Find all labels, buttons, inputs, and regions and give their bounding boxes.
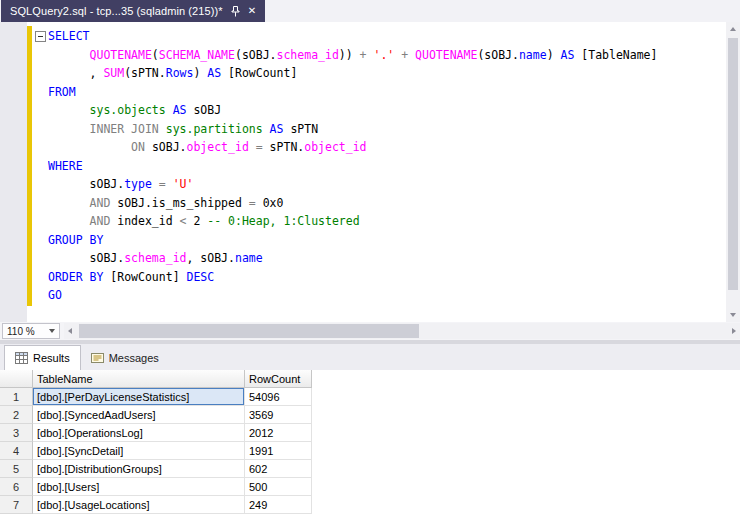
tablename-cell[interactable]: [dbo].[SyncDetail] (33, 442, 245, 460)
results-pane-tab-bar: Results Messages (0, 344, 740, 370)
code-token: AND (90, 196, 111, 210)
code-token (249, 140, 256, 154)
code-token: + (360, 48, 367, 62)
horizontal-scrollbar-thumb[interactable] (79, 324, 419, 338)
code-token (48, 103, 90, 117)
code-line: ORDER BY [RowCount] DESC (48, 268, 724, 287)
code-token: object_id (187, 140, 249, 154)
code-line: WHERE (48, 157, 724, 176)
ssms-window: SQLQuery2.sql - tcp...35 (sqladmin (215)… (0, 0, 740, 516)
row-number-cell[interactable]: 3 (0, 424, 33, 442)
sql-editor[interactable]: SELECT QUOTENAME(SCHEMA_NAME(sOBJ.schema… (0, 22, 740, 322)
code-line: AND index_id < 2 -- 0:Heap, 1:Clustered (48, 212, 724, 231)
close-icon[interactable]: ✕ (248, 6, 256, 16)
code-line: GO (48, 286, 724, 305)
pin-icon[interactable] (231, 6, 240, 17)
tab-messages-label: Messages (109, 352, 159, 364)
rowcount-cell[interactable]: 2012 (245, 424, 312, 442)
scroll-right-arrow-icon[interactable] (726, 323, 740, 339)
code-token: = (249, 196, 256, 210)
row-number-cell[interactable]: 2 (0, 406, 33, 424)
code-token (152, 177, 159, 191)
rowcount-cell[interactable]: 249 (245, 496, 312, 514)
code-line: FROM (48, 83, 724, 102)
code-token (48, 214, 90, 228)
tablename-cell[interactable]: [dbo].[DistributionGroups] (33, 460, 245, 478)
results-grid: TableName RowCount 1[dbo].[PerDayLicense… (0, 370, 740, 516)
column-header-rowcount[interactable]: RowCount (245, 370, 312, 388)
code-line: SELECT (48, 27, 724, 46)
zoom-control[interactable]: 110 % (2, 323, 60, 339)
code-token: 2 (187, 214, 208, 228)
code-token: type (124, 177, 152, 191)
row-number-cell[interactable]: 4 (0, 442, 33, 460)
horizontal-scrollbar[interactable] (64, 323, 740, 339)
tab-results-label: Results (33, 352, 70, 364)
scroll-up-arrow-icon[interactable] (726, 22, 740, 36)
code-token: name (235, 251, 263, 265)
table-row: 7[dbo].[UsageLocations]249 (0, 496, 740, 514)
code-token: sys.partitions (166, 122, 263, 136)
tab-results[interactable]: Results (4, 345, 81, 370)
messages-icon (91, 352, 104, 364)
code-token: SELECT (48, 29, 90, 43)
row-number-cell[interactable]: 5 (0, 460, 33, 478)
tablename-cell[interactable]: [dbo].[Users] (33, 478, 245, 496)
code-token: ( (152, 48, 159, 62)
code-token: GROUP BY (48, 233, 103, 247)
zoom-level: 110 % (7, 326, 35, 337)
scroll-down-arrow-icon[interactable] (726, 308, 740, 322)
editor-margin (0, 22, 27, 322)
code-token: SCHEMA_NAME (159, 48, 235, 62)
code-token: SUM (103, 66, 124, 80)
code-area[interactable]: SELECT QUOTENAME(SCHEMA_NAME(sOBJ.schema… (48, 27, 724, 305)
rowcount-cell[interactable]: 3569 (245, 406, 312, 424)
rowcount-cell[interactable]: 1991 (245, 442, 312, 460)
vertical-scrollbar-thumb[interactable] (728, 38, 738, 290)
code-token: AND (90, 214, 111, 228)
row-number-cell[interactable]: 1 (0, 388, 33, 406)
column-header-tablename[interactable]: TableName (33, 370, 245, 388)
vertical-scrollbar[interactable] (726, 22, 740, 322)
row-number-cell[interactable]: 7 (0, 496, 33, 514)
code-line: sOBJ.type = 'U' (48, 175, 724, 194)
code-token: Rows (166, 66, 194, 80)
code-token: QUOTENAME (90, 48, 152, 62)
code-token: sOBJ. (48, 251, 124, 265)
code-token (48, 140, 131, 154)
tab-messages[interactable]: Messages (81, 345, 169, 370)
code-token: '.' (373, 48, 394, 62)
code-token: AS (173, 103, 187, 117)
code-token (159, 122, 166, 136)
rowcount-cell[interactable]: 54096 (245, 388, 312, 406)
code-token: schema_id (124, 251, 186, 265)
tablename-cell[interactable]: [dbo].[UsageLocations] (33, 496, 245, 514)
grid-header-row: TableName RowCount (0, 370, 740, 388)
table-row: 3[dbo].[OperationsLog]2012 (0, 424, 740, 442)
rowcount-cell[interactable]: 602 (245, 460, 312, 478)
code-line: sys.objects AS sOBJ (48, 101, 724, 120)
code-token (166, 177, 173, 191)
rowcount-cell[interactable]: 500 (245, 478, 312, 496)
tablename-cell[interactable]: [dbo].[OperationsLog] (33, 424, 245, 442)
code-token: -- 0:Heap, 1:Clustered (207, 214, 359, 228)
document-tab[interactable]: SQLQuery2.sql - tcp...35 (sqladmin (215)… (1, 0, 265, 22)
scroll-left-arrow-icon[interactable] (64, 323, 78, 339)
grid-corner-cell[interactable] (0, 370, 33, 388)
code-token: [RowCount] (103, 270, 186, 284)
tablename-cell-selected[interactable]: [dbo].[PerDayLicenseStatistics] (33, 388, 245, 406)
document-tab-bar: SQLQuery2.sql - tcp...35 (sqladmin (215)… (0, 0, 740, 22)
row-number-cell[interactable]: 6 (0, 478, 33, 496)
code-token: sPTN (283, 122, 318, 136)
editor-bottom-strip: 110 % (0, 322, 740, 340)
code-token: sOBJ (187, 103, 222, 117)
code-token (48, 122, 90, 136)
code-token: sOBJ.is_ms_shipped (110, 196, 248, 210)
fold-collapse-icon[interactable] (35, 31, 46, 42)
grid-body: 1[dbo].[PerDayLicenseStatistics]540962[d… (0, 388, 740, 514)
code-token: QUOTENAME (415, 48, 477, 62)
tablename-cell[interactable]: [dbo].[SyncedAadUsers] (33, 406, 245, 424)
code-token: object_id (304, 140, 366, 154)
code-token: , (48, 66, 103, 80)
code-line: AND sOBJ.is_ms_shipped = 0x0 (48, 194, 724, 213)
